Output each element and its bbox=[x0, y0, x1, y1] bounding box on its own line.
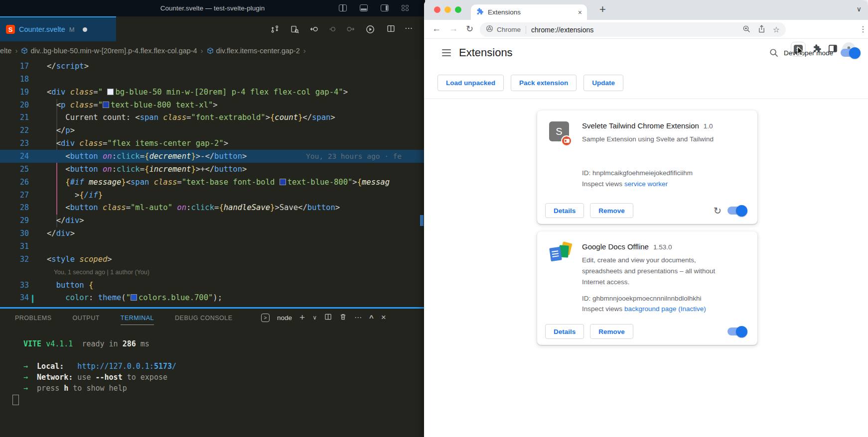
code-row[interactable]: 22</p> bbox=[0, 124, 425, 137]
toggle-sidebar-icon[interactable] bbox=[339, 4, 347, 11]
panel-tab-debug-console[interactable]: DEBUG CONSOLE bbox=[175, 311, 233, 325]
code-editor[interactable]: 17</script>1819<div class=" bg-blue-50 m… bbox=[0, 60, 425, 307]
unsaved-dot-icon[interactable] bbox=[83, 27, 87, 32]
breadcrumb-item[interactable]: div.flex.items-center.gap-2 bbox=[216, 47, 300, 55]
extension-card-google-docs-offline: Google Docs Offline1.53.0 Edit, create a… bbox=[537, 231, 757, 345]
panel-header: PROBLEMS OUTPUT TERMINAL DEBUG CONSOLE >… bbox=[0, 309, 425, 327]
breadcrumb-separator: › bbox=[15, 46, 17, 55]
blame-annotation-row[interactable]: You, 1 second ago | 1 author (You) bbox=[0, 266, 425, 279]
checkpoint-icon[interactable] bbox=[329, 25, 337, 33]
code-row[interactable]: 27>{/if} bbox=[0, 189, 425, 202]
kill-terminal-icon[interactable] bbox=[339, 313, 347, 323]
close-tab-icon[interactable]: × bbox=[578, 8, 582, 16]
run-debug-icon[interactable] bbox=[366, 25, 375, 34]
toggle-secondary-sidebar-icon[interactable] bbox=[381, 4, 389, 11]
breadcrumb-item[interactable]: elte bbox=[0, 47, 11, 55]
code-row[interactable]: 18 bbox=[0, 73, 425, 86]
pack-extension-button[interactable]: Pack extension bbox=[511, 75, 577, 91]
tab-counter-svelte[interactable]: S Counter.svelte M bbox=[0, 16, 116, 41]
remove-button[interactable]: Remove bbox=[590, 203, 633, 218]
inspect-views: Inspect viewsbackground page (Inactive) bbox=[582, 305, 706, 313]
panel-tab-terminal[interactable]: TERMINAL bbox=[121, 311, 154, 325]
terminal-dropdown-icon[interactable]: ∨ bbox=[312, 314, 317, 321]
code-row[interactable]: 24<button on:click={decrement}>-</button… bbox=[0, 150, 425, 163]
developer-mode-label: Developer mode bbox=[784, 49, 833, 57]
extension-enabled-toggle[interactable] bbox=[727, 207, 746, 215]
extension-enabled-toggle[interactable] bbox=[727, 328, 746, 335]
share-icon[interactable] bbox=[758, 25, 765, 35]
open-preview-icon[interactable] bbox=[290, 25, 299, 33]
code-row[interactable]: 20<p class="text-blue-800 text-xl"> bbox=[0, 99, 425, 111]
details-button[interactable]: Details bbox=[545, 324, 584, 339]
split-editor-icon[interactable] bbox=[387, 24, 395, 33]
remove-button[interactable]: Remove bbox=[590, 324, 633, 339]
close-panel-icon[interactable]: × bbox=[381, 313, 386, 323]
address-bar[interactable]: Chrome chrome://extensions ☆ bbox=[480, 22, 786, 37]
maximize-window-button[interactable] bbox=[455, 6, 461, 13]
background-page-link[interactable]: background page (Inactive) bbox=[624, 305, 706, 313]
back-button[interactable]: ← bbox=[432, 23, 441, 34]
code-row[interactable]: 28<button class="ml-auto" on:click={hand… bbox=[0, 201, 425, 214]
scrollbar-decoration[interactable] bbox=[420, 215, 424, 226]
load-unpacked-button[interactable]: Load unpacked bbox=[437, 75, 504, 91]
panel-tab-problems[interactable]: PROBLEMS bbox=[15, 311, 51, 325]
code-row[interactable]: 23<div class="flex items-center gap-2"> bbox=[0, 137, 425, 150]
navigate-back-icon[interactable] bbox=[310, 25, 319, 33]
breadcrumb-item[interactable]: div..bg-blue-50.min-w-[20rem].p-4.flex.f… bbox=[30, 47, 197, 55]
code-row[interactable]: 26{#if message}<span class="text-base fo… bbox=[0, 176, 425, 189]
maximize-panel-icon[interactable]: ^ bbox=[369, 314, 374, 322]
more-actions-icon[interactable]: ⋯ bbox=[405, 23, 413, 33]
forward-button[interactable]: → bbox=[449, 23, 458, 34]
search-engine-chip: Chrome bbox=[497, 26, 521, 33]
bookmark-star-icon[interactable]: ☆ bbox=[773, 25, 780, 34]
reload-extension-icon[interactable]: ↻ bbox=[714, 205, 722, 217]
toggle-panel-icon[interactable] bbox=[360, 4, 368, 11]
panel-tab-output[interactable]: OUTPUT bbox=[72, 311, 99, 325]
navigate-forward-icon[interactable] bbox=[346, 25, 355, 33]
minimize-window-button[interactable] bbox=[444, 6, 451, 13]
breadcrumb[interactable]: elte › div..bg-blue-50.min-w-[20rem].p-4… bbox=[0, 41, 425, 60]
code-row[interactable]: 31 bbox=[0, 240, 425, 253]
screen: Counter.svelte — test-svelte-plugin S Co… bbox=[0, 0, 868, 437]
details-button[interactable]: Details bbox=[545, 203, 584, 218]
customize-layout-icon[interactable] bbox=[402, 4, 410, 11]
code-row[interactable]: 21Current count: <span class="font-extra… bbox=[0, 111, 425, 124]
panel-more-actions-icon[interactable]: ⋯ bbox=[354, 313, 362, 322]
mouse-cursor bbox=[797, 46, 805, 58]
hamburger-menu-icon[interactable] bbox=[442, 49, 451, 56]
url-text[interactable]: chrome://extensions bbox=[531, 26, 593, 34]
vscode-titlebar[interactable]: Counter.svelte — test-svelte-plugin bbox=[0, 0, 425, 16]
git-compare-icon[interactable] bbox=[271, 25, 279, 33]
terminal-shell-label[interactable]: node bbox=[277, 314, 292, 322]
vscode-window: Counter.svelte — test-svelte-plugin S Co… bbox=[0, 0, 425, 437]
terminal-output[interactable]: VITE v4.1.1 ready in 286 ms→ Local: http… bbox=[0, 327, 425, 437]
new-tab-button[interactable]: + bbox=[599, 3, 606, 16]
browser-tab-extensions[interactable]: Extensions × bbox=[471, 4, 587, 20]
reload-button[interactable]: ↻ bbox=[466, 23, 473, 34]
new-terminal-icon[interactable]: + bbox=[299, 312, 305, 323]
split-terminal-icon[interactable] bbox=[324, 313, 332, 323]
svelte-file-icon: S bbox=[6, 25, 15, 34]
search-icon[interactable] bbox=[769, 48, 778, 59]
unpacked-badge-icon bbox=[561, 135, 572, 146]
code-row[interactable]: 33button { bbox=[0, 279, 425, 292]
update-button[interactable]: Update bbox=[583, 75, 623, 91]
extension-version: 1.53.0 bbox=[653, 243, 672, 251]
zoom-icon[interactable] bbox=[742, 25, 750, 35]
code-row[interactable]: 32<style scoped> bbox=[0, 253, 425, 266]
developer-mode-toggle[interactable] bbox=[841, 49, 860, 57]
extension-name: Svelete Tailwind Chrome Extension1.0 bbox=[582, 121, 713, 130]
chrome-logo-icon bbox=[486, 25, 493, 34]
browser-menu-icon[interactable]: ⋮ bbox=[859, 24, 867, 34]
tab-search-icon[interactable]: ∨ bbox=[857, 5, 862, 13]
code-row[interactable]: 19<div class=" bg-blue-50 min-w-[20rem] … bbox=[0, 86, 425, 99]
code-row[interactable]: 17</script> bbox=[0, 60, 425, 73]
service-worker-link[interactable]: service worker bbox=[624, 180, 668, 188]
code-row[interactable]: 25<button on:click={increment}>+</button… bbox=[0, 163, 425, 176]
code-row[interactable]: 29</div> bbox=[0, 214, 425, 227]
code-row[interactable]: 34color: theme("colors.blue.700"); bbox=[0, 291, 425, 304]
close-window-button[interactable] bbox=[434, 6, 440, 13]
code-row[interactable]: 30</div> bbox=[0, 227, 425, 240]
extension-card-svelte-tailwind: S Svelete Tailwind Chrome Extension1.0 S… bbox=[537, 110, 757, 224]
chrome-window: Extensions × + ∨ ← → ↻ Chrome chrome://e… bbox=[424, 0, 868, 437]
